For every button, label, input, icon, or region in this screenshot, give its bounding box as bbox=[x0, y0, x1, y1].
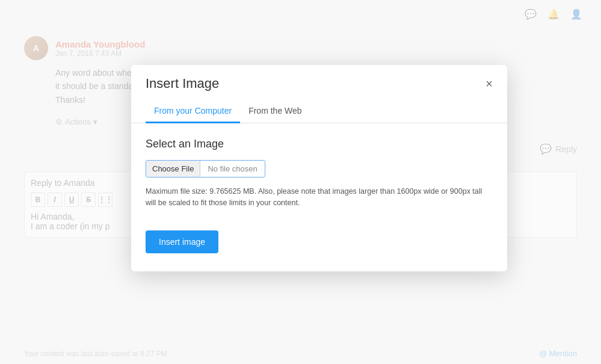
file-input-wrapper: Choose File No file chosen bbox=[146, 160, 493, 177]
choose-file-button[interactable]: Choose File bbox=[146, 161, 200, 177]
select-image-label: Select an Image bbox=[146, 138, 493, 150]
tab-from-web[interactable]: From the Web bbox=[240, 100, 310, 123]
insert-image-button[interactable]: Insert image bbox=[146, 230, 218, 253]
tab-content-computer: Select an Image Choose File No file chos… bbox=[131, 123, 507, 221]
file-input-box: Choose File No file chosen bbox=[146, 160, 265, 177]
tab-from-computer[interactable]: From your Computer bbox=[146, 100, 240, 123]
modal-tabs: From your Computer From the Web bbox=[131, 100, 507, 123]
modal-title: Insert Image bbox=[146, 76, 219, 91]
file-size-note: Maximum file size: 9.765625 MB. Also, pl… bbox=[146, 186, 482, 209]
modal-close-button[interactable]: × bbox=[485, 78, 493, 90]
modal-header: Insert Image × bbox=[131, 65, 507, 100]
no-file-text: No file chosen bbox=[200, 161, 264, 177]
insert-image-modal: Insert Image × From your Computer From t… bbox=[131, 65, 507, 271]
